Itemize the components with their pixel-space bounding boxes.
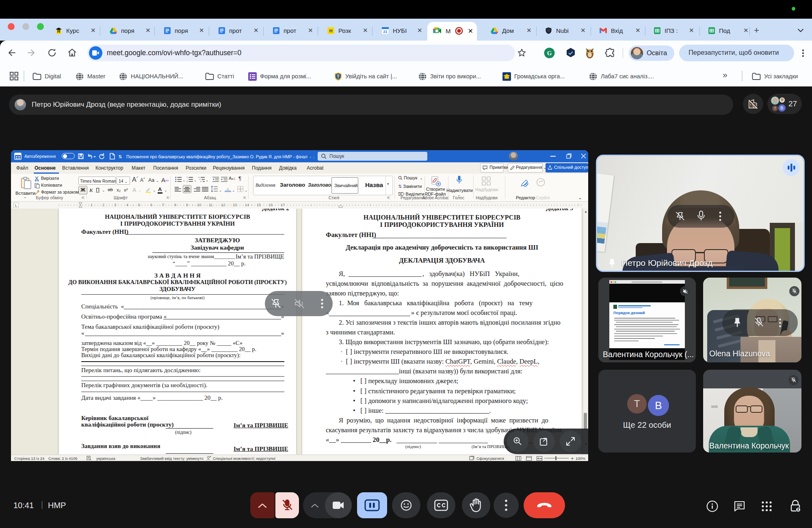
svg-text:1: 1: [186, 177, 188, 179]
svg-text:21: 21: [383, 29, 387, 33]
svg-text:G: G: [547, 50, 552, 56]
svg-text:H: H: [329, 28, 333, 33]
svg-text:2: 2: [186, 180, 188, 183]
